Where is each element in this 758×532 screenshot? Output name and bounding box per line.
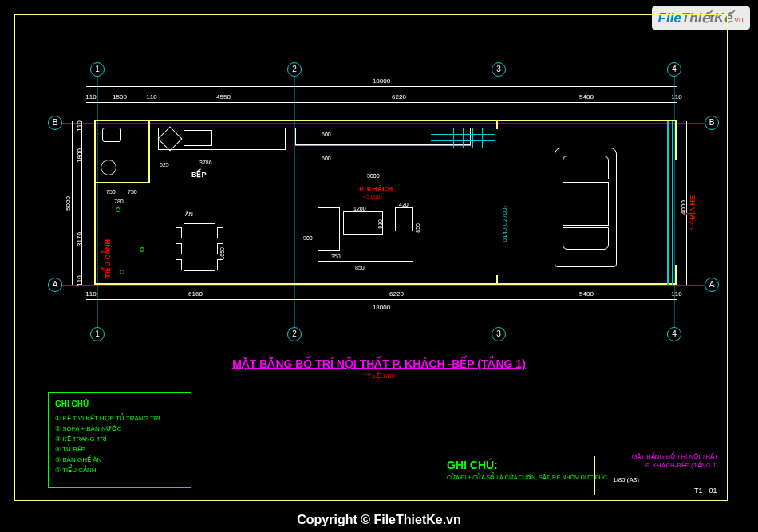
dim-1650: 1650 xyxy=(219,247,225,260)
dim-420: 420 xyxy=(399,202,409,207)
dim-3786: 3786 xyxy=(199,160,212,165)
grid-col-3-top: 3 xyxy=(492,62,506,77)
dim-600a: 600 xyxy=(322,156,331,161)
dim-l-5000: 5000 xyxy=(65,196,72,211)
label-tieucanh: TIỂU CẢNH xyxy=(104,239,112,278)
dim-900: 900 xyxy=(303,235,313,241)
grid-hline-a xyxy=(62,285,705,286)
dim-0140: 0140(02700) xyxy=(501,206,508,242)
armchair xyxy=(395,207,413,231)
dim-850b: 850 xyxy=(355,265,365,270)
plant-1 xyxy=(116,207,120,212)
wall-right-top xyxy=(675,120,677,160)
titleblock-sheet: T1 - 01 xyxy=(694,487,717,495)
grid-hline-b xyxy=(62,123,705,124)
dim-t-6220: 6220 xyxy=(392,93,406,100)
car-rear xyxy=(563,227,609,250)
label-an: ĂN xyxy=(185,211,193,217)
stair-v3 xyxy=(472,128,473,148)
dim-r-4000: 4000 xyxy=(680,200,687,215)
wall-right-bot xyxy=(675,265,677,285)
grid-row-b-left: B xyxy=(48,116,62,130)
dim-t-4550: 4550 xyxy=(216,93,231,100)
chair-6 xyxy=(217,259,223,270)
dim-750a: 750 xyxy=(106,189,116,195)
dim-600b: 600 xyxy=(322,132,331,137)
grid-col-4-bot: 4 xyxy=(667,327,681,341)
dim-b-6160: 6160 xyxy=(188,290,203,298)
grid-col-2-top: 2 xyxy=(287,62,302,77)
dim-line-top-total xyxy=(86,86,677,87)
sink-basin xyxy=(101,160,116,175)
plant-3 xyxy=(120,270,124,274)
front-line-1 xyxy=(667,121,669,285)
grid-row-a-left: A xyxy=(48,278,62,292)
notes-title: GHI CHÚ: xyxy=(447,459,498,471)
titleblock-scale: 1/80 (A3) xyxy=(613,476,639,483)
dim-b-6220: 6220 xyxy=(389,290,404,298)
dim-line-bot-total xyxy=(86,313,677,313)
legend-item-4: ④ TỦ BẾP xyxy=(55,446,184,453)
stair-v2 xyxy=(463,128,464,148)
dim-910: 910 xyxy=(377,219,383,229)
grid-col-2-bot: 2 xyxy=(287,327,302,341)
dim-t-110c: 110 xyxy=(671,93,681,100)
dim-350: 350 xyxy=(331,254,341,259)
dim-t-offset: 110 xyxy=(85,93,96,100)
dim-750b: 750 xyxy=(128,189,137,195)
dim-b-110c: 110 xyxy=(671,290,681,298)
chair-4 xyxy=(217,227,223,238)
grid-col-1-top: 1 xyxy=(90,62,105,77)
titleblock-divider xyxy=(594,456,595,495)
wall-col3-bot xyxy=(496,275,498,285)
label-khach-sub: 45.000 xyxy=(363,194,380,199)
dim-l-110b: 110 xyxy=(76,275,83,286)
wall-partition-h xyxy=(94,182,150,183)
grid-col-3-bot: 3 xyxy=(492,327,506,341)
dim-b-5400: 5400 xyxy=(579,290,594,298)
wall-partition xyxy=(148,120,150,183)
dining-table xyxy=(184,223,215,271)
wall-bottom xyxy=(94,283,677,285)
legend-item-5: ⑤ BÀN GHẾ ĂN xyxy=(55,456,184,463)
kitchen-sink xyxy=(184,130,212,146)
dim-total-bot: 18000 xyxy=(373,304,390,311)
titleblock-line2: P. KHÁCH-BẾP (TẦNG 1) xyxy=(606,462,718,469)
dim-5000: 5000 xyxy=(367,173,380,179)
legend-title: GHI CHÚ xyxy=(55,400,184,408)
legend-item-2: ② SOFA + BÀN NƯỚC xyxy=(55,425,184,432)
drawing-title: MẶT BẰNG BỐ TRÍ NỘI THẤT P. KHÁCH -BẾP (… xyxy=(232,357,526,370)
dim-1200: 1200 xyxy=(353,206,366,211)
grid-row-b-right: B xyxy=(705,116,719,130)
plant-2 xyxy=(140,247,144,252)
dim-t-110b: 110 xyxy=(146,93,156,100)
label-bep: BẾP xyxy=(191,171,207,179)
wall-top xyxy=(94,120,677,121)
stair-v4 xyxy=(482,128,483,148)
dim-line-bot-segments xyxy=(86,299,677,300)
dim-625: 625 xyxy=(160,162,169,167)
dim-l-3170: 3170 xyxy=(76,232,83,246)
viahe-level: -0.200 xyxy=(688,215,693,231)
grid-vline-4 xyxy=(674,77,675,327)
dim-line-left2 xyxy=(81,121,82,285)
stair-v1 xyxy=(453,128,454,148)
dim-780: 780 xyxy=(114,199,124,204)
grid-row-a-right: A xyxy=(705,278,719,292)
wall-col3-top xyxy=(496,120,498,129)
dim-line-left xyxy=(72,121,73,285)
grid-col-1-bot: 1 xyxy=(90,327,105,341)
copyright-text: Copyright © FileThietKe.vn xyxy=(297,513,461,527)
chair-1 xyxy=(176,227,182,238)
car-windshield xyxy=(563,156,609,179)
brand-tld: .vn xyxy=(732,14,744,24)
drawing-subtitle: TỶ LỆ 1/80 xyxy=(363,372,394,380)
front-line-2 xyxy=(672,121,673,285)
grid-vline-2 xyxy=(294,77,295,327)
notes-text: CỬA ĐI + CỬA SỔ LÀ CỬA CUỐN, SẮT, P.E.NH… xyxy=(447,475,607,481)
dim-t-5400: 5400 xyxy=(579,93,594,100)
titleblock-line1: MẶT BẰNG BỐ TRÍ NỘI THẤT xyxy=(606,453,718,460)
dim-total-top: 18000 xyxy=(373,77,390,85)
toilet xyxy=(102,128,121,142)
chair-3 xyxy=(176,259,182,270)
